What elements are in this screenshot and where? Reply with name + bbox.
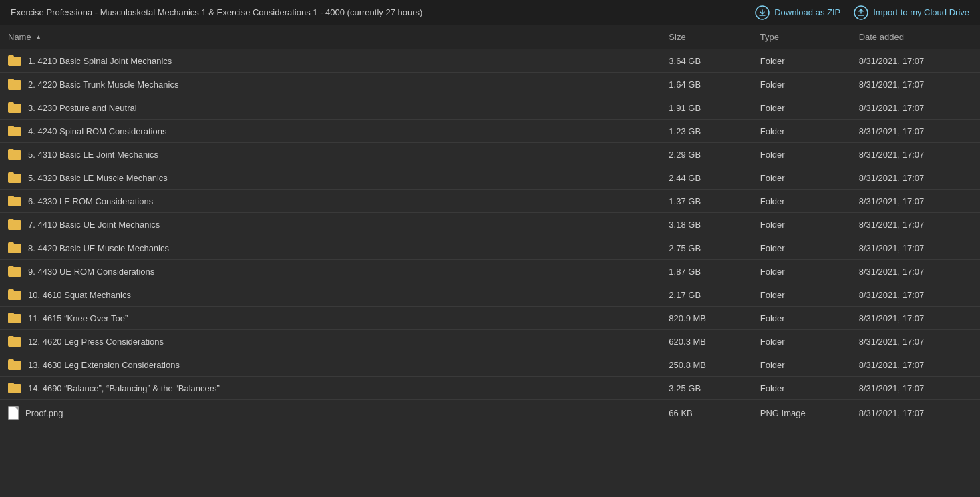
table-row[interactable]: 11. 4615 “Knee Over Toe”820.9 MBFolder8/… xyxy=(0,307,980,330)
file-name-cell: 5. 4320 Basic LE Muscle Mechanics xyxy=(0,166,661,189)
table-row[interactable]: 7. 4410 Basic UE Joint Mechanics3.18 GBF… xyxy=(0,213,980,236)
file-name-cell: 1. 4210 Basic Spinal Joint Mechanics xyxy=(0,49,661,72)
table-row[interactable]: 10. 4610 Squat Mechanics2.17 GBFolder8/3… xyxy=(0,283,980,307)
table-row[interactable]: 2. 4220 Basic Trunk Muscle Mechanics1.64… xyxy=(0,73,980,96)
column-header-date[interactable]: Date added xyxy=(851,25,980,49)
file-name-cell: Proof.png xyxy=(0,400,661,426)
file-size-cell: 3.64 GB xyxy=(661,49,752,73)
folder-icon xyxy=(8,266,21,277)
file-name-cell: 5. 4310 Basic LE Joint Mechanics xyxy=(0,143,661,166)
file-name-label: 10. 4610 Squat Mechanics xyxy=(28,290,131,300)
folder-icon xyxy=(8,313,21,323)
file-name-label: 6. 4330 LE ROM Considerations xyxy=(28,196,153,206)
file-size-cell: 1.23 GB xyxy=(661,120,752,143)
folder-icon xyxy=(8,336,21,347)
file-type-cell: Folder xyxy=(752,283,851,307)
download-zip-button[interactable]: Download as ZIP xyxy=(755,5,840,20)
file-size-cell: 620.3 MB xyxy=(661,330,752,353)
file-name-cell: 10. 4610 Squat Mechanics xyxy=(0,283,661,306)
file-size-cell: 1.37 GB xyxy=(661,190,752,213)
column-header-name[interactable]: Name ▲ xyxy=(0,25,661,49)
file-type-cell: Folder xyxy=(752,166,851,190)
folder-icon xyxy=(8,55,21,66)
file-date-cell: 8/31/2021, 17:07 xyxy=(851,307,980,330)
file-name-label: 4. 4240 Spinal ROM Considerations xyxy=(28,126,166,136)
folder-icon xyxy=(8,102,21,113)
folder-icon xyxy=(8,79,21,90)
file-type-cell: Folder xyxy=(752,190,851,213)
file-name-label: 7. 4410 Basic UE Joint Mechanics xyxy=(28,220,160,230)
file-name-cell: 13. 4630 Leg Extension Considerations xyxy=(0,353,661,376)
file-size-cell: 66 KB xyxy=(661,400,752,426)
download-zip-icon xyxy=(755,5,770,20)
table-row[interactable]: 13. 4630 Leg Extension Considerations250… xyxy=(0,353,980,377)
file-name-label: 9. 4430 UE ROM Considerations xyxy=(28,267,154,277)
file-size-cell: 2.44 GB xyxy=(661,166,752,190)
folder-icon xyxy=(8,219,21,230)
file-type-cell: Folder xyxy=(752,143,851,166)
file-type-cell: Folder xyxy=(752,307,851,330)
import-cloud-icon xyxy=(854,5,868,20)
file-name-cell: 12. 4620 Leg Press Considerations xyxy=(0,330,661,353)
file-date-cell: 8/31/2021, 17:07 xyxy=(851,166,980,190)
table-row[interactable]: 8. 4420 Basic UE Muscle Mechanics2.75 GB… xyxy=(0,236,980,260)
sort-arrow-icon: ▲ xyxy=(35,33,42,41)
table-row[interactable]: 5. 4320 Basic LE Muscle Mechanics2.44 GB… xyxy=(0,166,980,190)
file-type-cell: PNG Image xyxy=(752,400,851,426)
table-row[interactable]: 5. 4310 Basic LE Joint Mechanics2.29 GBF… xyxy=(0,143,980,166)
file-type-cell: Folder xyxy=(752,73,851,96)
folder-icon xyxy=(8,359,21,370)
file-type-cell: Folder xyxy=(752,330,851,353)
file-size-cell: 2.17 GB xyxy=(661,283,752,307)
column-header-size[interactable]: Size xyxy=(661,25,752,49)
folder-icon xyxy=(8,383,21,393)
page-header: Exercise Professiona - Musculosketal Mec… xyxy=(0,0,980,25)
file-size-cell: 1.87 GB xyxy=(661,260,752,283)
file-type-cell: Folder xyxy=(752,353,851,377)
file-date-cell: 8/31/2021, 17:07 xyxy=(851,96,980,120)
file-size-cell: 2.75 GB xyxy=(661,236,752,260)
table-row[interactable]: 1. 4210 Basic Spinal Joint Mechanics3.64… xyxy=(0,49,980,73)
table-row[interactable]: 3. 4230 Posture and Neutral1.91 GBFolder… xyxy=(0,96,980,120)
file-date-cell: 8/31/2021, 17:07 xyxy=(851,120,980,143)
file-date-cell: 8/31/2021, 17:07 xyxy=(851,400,980,426)
column-header-type[interactable]: Type xyxy=(752,25,851,49)
download-zip-label: Download as ZIP xyxy=(774,7,840,17)
file-table: Name ▲ Size Type Date added 1. 4210 Basi… xyxy=(0,25,980,426)
file-type-cell: Folder xyxy=(752,96,851,120)
header-actions: Download as ZIP Import to my Cloud Drive xyxy=(755,5,969,20)
file-size-cell: 3.18 GB xyxy=(661,213,752,236)
folder-icon xyxy=(8,126,21,136)
file-name-label: 2. 4220 Basic Trunk Muscle Mechanics xyxy=(28,79,178,90)
file-name-cell: 11. 4615 “Knee Over Toe” xyxy=(0,307,661,329)
file-size-cell: 2.29 GB xyxy=(661,143,752,166)
table-row[interactable]: Proof.png66 KBPNG Image8/31/2021, 17:07 xyxy=(0,400,980,426)
import-cloud-button[interactable]: Import to my Cloud Drive xyxy=(854,5,969,20)
file-date-cell: 8/31/2021, 17:07 xyxy=(851,283,980,307)
file-date-cell: 8/31/2021, 17:07 xyxy=(851,73,980,96)
table-header-row: Name ▲ Size Type Date added xyxy=(0,25,980,49)
file-name-label: 8. 4420 Basic UE Muscle Mechanics xyxy=(28,243,169,253)
file-icon xyxy=(8,406,19,420)
file-date-cell: 8/31/2021, 17:07 xyxy=(851,49,980,73)
folder-icon xyxy=(8,172,21,183)
folder-icon xyxy=(8,242,21,253)
file-name-cell: 8. 4420 Basic UE Muscle Mechanics xyxy=(0,236,661,259)
table-row[interactable]: 9. 4430 UE ROM Considerations1.87 GBFold… xyxy=(0,260,980,283)
file-name-label: 3. 4230 Posture and Neutral xyxy=(28,103,137,113)
table-row[interactable]: 14. 4690 “Balance”, “Balancing” & the “B… xyxy=(0,377,980,400)
file-type-cell: Folder xyxy=(752,120,851,143)
file-name-label: 1. 4210 Basic Spinal Joint Mechanics xyxy=(28,56,172,66)
table-row[interactable]: 4. 4240 Spinal ROM Considerations1.23 GB… xyxy=(0,120,980,143)
file-type-cell: Folder xyxy=(752,260,851,283)
table-row[interactable]: 6. 4330 LE ROM Considerations1.37 GBFold… xyxy=(0,190,980,213)
table-row[interactable]: 12. 4620 Leg Press Considerations620.3 M… xyxy=(0,330,980,353)
file-date-cell: 8/31/2021, 17:07 xyxy=(851,353,980,377)
file-name-cell: 7. 4410 Basic UE Joint Mechanics xyxy=(0,213,661,236)
file-name-label: 12. 4620 Leg Press Considerations xyxy=(28,337,164,347)
file-name-label: 14. 4690 “Balance”, “Balancing” & the “B… xyxy=(28,383,220,393)
file-name-cell: 6. 4330 LE ROM Considerations xyxy=(0,190,661,212)
file-date-cell: 8/31/2021, 17:07 xyxy=(851,330,980,353)
file-date-cell: 8/31/2021, 17:07 xyxy=(851,190,980,213)
file-date-cell: 8/31/2021, 17:07 xyxy=(851,377,980,400)
